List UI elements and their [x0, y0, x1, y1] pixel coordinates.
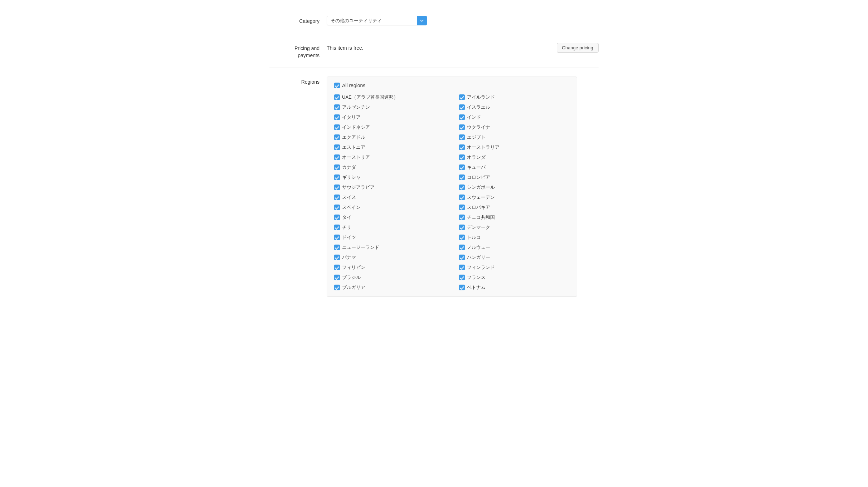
region-checkbox[interactable] — [459, 185, 465, 190]
region-checkbox[interactable] — [334, 205, 340, 210]
region-checkbox[interactable] — [459, 94, 465, 100]
region-item[interactable]: ハンガリー — [459, 254, 570, 261]
region-item[interactable]: シンガポール — [459, 184, 570, 191]
region-checkbox[interactable] — [459, 104, 465, 110]
region-item[interactable]: エジプト — [459, 134, 570, 141]
region-checkbox[interactable] — [334, 94, 340, 100]
region-checkbox[interactable] — [334, 134, 340, 140]
region-label: ブルガリア — [342, 284, 365, 291]
category-select[interactable]: その他のユーティリティ — [327, 16, 427, 25]
region-checkbox[interactable] — [334, 185, 340, 190]
region-label: オーストラリア — [467, 144, 499, 151]
region-checkbox[interactable] — [459, 205, 465, 210]
pricing-label: Pricing andpayments — [269, 43, 327, 59]
region-checkbox[interactable] — [459, 285, 465, 290]
region-checkbox[interactable] — [334, 265, 340, 270]
region-item[interactable]: サウジアラビア — [334, 184, 445, 191]
region-item[interactable]: ギリシャ — [334, 174, 445, 181]
region-checkbox[interactable] — [459, 114, 465, 120]
region-label: ハンガリー — [467, 254, 490, 261]
region-checkbox[interactable] — [334, 215, 340, 220]
region-item[interactable]: フィリピン — [334, 264, 445, 271]
region-label: コロンビア — [467, 174, 490, 181]
region-checkbox[interactable] — [459, 235, 465, 240]
regions-label: Regions — [269, 77, 327, 86]
region-item[interactable]: スペイン — [334, 204, 445, 211]
region-checkbox[interactable] — [334, 164, 340, 170]
all-regions-checkbox[interactable] — [334, 83, 340, 88]
region-checkbox[interactable] — [334, 275, 340, 280]
region-checkbox[interactable] — [334, 124, 340, 130]
region-checkbox[interactable] — [459, 195, 465, 200]
region-label: エストニア — [342, 144, 365, 151]
region-checkbox[interactable] — [459, 164, 465, 170]
region-item[interactable]: ベトナム — [459, 284, 570, 291]
region-label: ブラジル — [342, 274, 361, 281]
region-label: ウクライナ — [467, 124, 490, 131]
region-item[interactable]: ブラジル — [334, 274, 445, 281]
region-checkbox[interactable] — [334, 104, 340, 110]
region-item[interactable]: アルゼンチン — [334, 104, 445, 110]
all-regions-label: All regions — [342, 83, 365, 88]
region-item[interactable]: チリ — [334, 224, 445, 231]
region-item[interactable]: フランス — [459, 274, 570, 281]
region-item[interactable]: デンマーク — [459, 224, 570, 231]
region-checkbox[interactable] — [334, 154, 340, 160]
region-item[interactable]: エクアドル — [334, 134, 445, 141]
region-checkbox[interactable] — [459, 174, 465, 180]
region-item[interactable]: オーストリア — [334, 154, 445, 161]
region-label: インドネシア — [342, 124, 370, 131]
region-checkbox[interactable] — [459, 225, 465, 230]
region-item[interactable]: パナマ — [334, 254, 445, 261]
region-item[interactable]: ノルウェー — [459, 244, 570, 251]
region-checkbox[interactable] — [459, 134, 465, 140]
region-item[interactable]: ドイツ — [334, 234, 445, 241]
change-pricing-button[interactable]: Change pricing — [557, 43, 599, 53]
region-checkbox[interactable] — [334, 255, 340, 260]
region-item[interactable]: コロンビア — [459, 174, 570, 181]
region-checkbox[interactable] — [459, 144, 465, 150]
region-checkbox[interactable] — [334, 174, 340, 180]
region-checkbox[interactable] — [334, 235, 340, 240]
region-label: フィリピン — [342, 264, 365, 271]
region-checkbox[interactable] — [334, 225, 340, 230]
region-item[interactable]: イスラエル — [459, 104, 570, 110]
region-checkbox[interactable] — [334, 195, 340, 200]
region-checkbox[interactable] — [459, 245, 465, 250]
region-checkbox[interactable] — [459, 275, 465, 280]
region-checkbox[interactable] — [459, 215, 465, 220]
region-label: ギリシャ — [342, 174, 361, 181]
region-item[interactable]: タイ — [334, 214, 445, 221]
region-item[interactable]: スロバキア — [459, 204, 570, 211]
region-item[interactable]: ブルガリア — [334, 284, 445, 291]
region-checkbox[interactable] — [334, 245, 340, 250]
region-checkbox[interactable] — [459, 255, 465, 260]
region-label: インド — [467, 114, 481, 120]
region-item[interactable]: フィンランド — [459, 264, 570, 271]
region-item[interactable]: ニュージーランド — [334, 244, 445, 251]
region-item[interactable]: インド — [459, 114, 570, 120]
region-item[interactable]: カナダ — [334, 164, 445, 171]
region-item[interactable]: トルコ — [459, 234, 570, 241]
region-checkbox[interactable] — [334, 144, 340, 150]
region-checkbox[interactable] — [334, 285, 340, 290]
region-item[interactable]: オーストラリア — [459, 144, 570, 151]
region-checkbox[interactable] — [334, 114, 340, 120]
region-label: スロバキア — [467, 204, 490, 211]
region-item[interactable]: スウェーデン — [459, 194, 570, 201]
region-item[interactable]: インドネシア — [334, 124, 445, 131]
region-item[interactable]: オランダ — [459, 154, 570, 161]
region-item[interactable]: アイルランド — [459, 94, 570, 100]
region-item[interactable]: キューバ — [459, 164, 570, 171]
region-item[interactable]: スイス — [334, 194, 445, 201]
region-label: フランス — [467, 274, 486, 281]
region-checkbox[interactable] — [459, 154, 465, 160]
region-item[interactable]: UAE（アラブ首長国連邦） — [334, 94, 445, 100]
region-item[interactable]: ウクライナ — [459, 124, 570, 131]
region-item[interactable]: チェコ共和国 — [459, 214, 570, 221]
region-item[interactable]: エストニア — [334, 144, 445, 151]
region-checkbox[interactable] — [459, 265, 465, 270]
region-checkbox[interactable] — [459, 124, 465, 130]
regions-container: All regions UAE（アラブ首長国連邦）アイルランドアルゼンチンイスラ… — [327, 77, 577, 297]
region-item[interactable]: イタリア — [334, 114, 445, 120]
